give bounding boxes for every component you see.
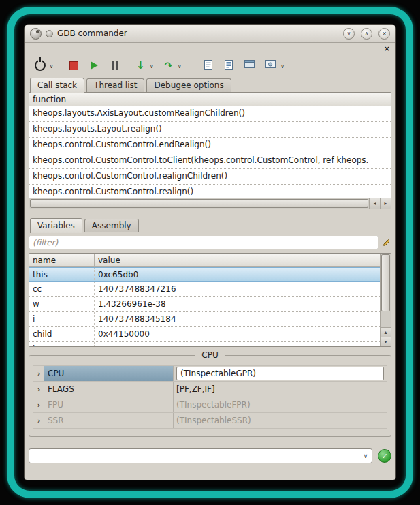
filter-row	[29, 235, 391, 250]
variable-value: 140737488347216	[95, 282, 380, 296]
tab-variables[interactable]: Variables	[30, 218, 82, 233]
list-doc-icon	[223, 59, 234, 72]
call-stack-row[interactable]: kheops.control.CustomControl.toClient(kh…	[29, 153, 391, 169]
scroll-up-button[interactable]: ▴	[381, 327, 391, 337]
variable-row[interactable]: this 0xc65db0	[29, 267, 380, 282]
tab-debugee-options[interactable]: Debugee options	[146, 78, 231, 92]
tab-assembly[interactable]: Assembly	[84, 219, 139, 232]
window-title: GDB commander	[57, 29, 127, 38]
variable-value: 0x44150000	[95, 327, 380, 341]
pause-icon	[112, 61, 118, 70]
step-into-dropdown-button[interactable]: ∨	[148, 59, 155, 77]
cpu-groupbox: CPU › CPU (TInspectableGPR) › FLAGS [PF,…	[29, 355, 391, 437]
variable-name: i	[29, 312, 95, 326]
vertical-scrollbar-thumb[interactable]	[381, 254, 390, 311]
scroll-left-button[interactable]: ◂	[369, 198, 380, 209]
step-over-button[interactable]: ↷	[161, 57, 176, 74]
step-over-dropdown-button[interactable]: ∨	[176, 59, 183, 77]
register-group-name: SSR	[44, 413, 174, 428]
cpu-register-row[interactable]: › SSR (TInspectableSSR)	[33, 413, 387, 429]
expander-icon[interactable]: ›	[33, 413, 44, 428]
titlebar[interactable]: GDB commander ∨ ∧ ×	[25, 25, 395, 43]
run-button[interactable]	[86, 57, 101, 74]
scroll-right-button[interactable]: ▸	[380, 198, 391, 209]
close-button[interactable]: ×	[378, 28, 390, 40]
output-list-button[interactable]	[221, 57, 236, 74]
horizontal-scrollbar[interactable]: ◂ ▸	[29, 198, 391, 209]
horizontal-scrollbar-thumb[interactable]	[30, 199, 368, 208]
close-icon: ×	[382, 31, 387, 37]
cpu-register-row[interactable]: › FPU (TInspectableFPR)	[33, 397, 387, 413]
variable-value: 140737488345184	[95, 312, 380, 326]
register-group-name: FLAGS	[44, 382, 174, 397]
vertical-scrollbar[interactable]: ▴ ▾	[380, 254, 391, 346]
dock-header: ×	[25, 43, 395, 54]
vertical-scrollbar-track[interactable]	[381, 312, 391, 327]
tab-thread-list[interactable]: Thread list	[86, 78, 144, 92]
panel-close-button[interactable]: ×	[384, 45, 390, 52]
tab-call-stack[interactable]: Call stack	[30, 78, 84, 93]
expander-icon[interactable]: ›	[33, 366, 44, 381]
cpu-register-row[interactable]: › CPU (TInspectableGPR)	[33, 366, 387, 382]
variable-row[interactable]: child 0x44150000	[29, 327, 380, 342]
power-dropdown-button[interactable]: ∨	[48, 59, 55, 77]
process-view-dropdown-button[interactable]: ∨	[278, 59, 286, 77]
call-stack-row[interactable]: kheops.layouts.Layout.realign()	[29, 122, 391, 138]
check-icon: ✓	[381, 452, 387, 461]
expander-icon[interactable]: ›	[33, 397, 44, 412]
call-stack-row[interactable]: kheops.layouts.AxisLayout.customRealignC…	[29, 106, 391, 122]
stop-button[interactable]	[66, 57, 81, 74]
variable-value: 1.43266961e-38	[95, 297, 380, 311]
call-stack-row[interactable]: kheops.control.CustomControl.realign()	[29, 185, 391, 198]
maximize-icon: ∧	[365, 31, 369, 37]
expander-icon[interactable]: ›	[33, 382, 44, 397]
send-command-button[interactable]: ✓	[378, 449, 391, 463]
scroll-down-button[interactable]: ▾	[381, 337, 391, 346]
step-into-button[interactable]: ↓	[133, 57, 148, 74]
register-group-value: (TInspectableGPR)	[174, 366, 387, 381]
cpu-inspector: › CPU (TInspectableGPR) › FLAGS [PF,ZF,I…	[33, 365, 387, 429]
stop-icon	[69, 61, 78, 70]
variable-row[interactable]: w 1.43266961e-38	[29, 297, 380, 312]
app-badge-icon	[46, 30, 53, 37]
variables-panel: name value this 0xc65db0 cc 140737488347…	[29, 253, 391, 347]
filter-edit-button[interactable]	[382, 237, 391, 249]
variable-value: 1.43266961e-38	[95, 342, 380, 346]
call-stack-column-header[interactable]: function	[29, 93, 391, 106]
maximize-button[interactable]: ∧	[361, 28, 372, 40]
inspect-tabbar: Variables Assembly	[25, 217, 395, 232]
call-stack-row[interactable]: kheops.control.CustomControl.endRealign(…	[29, 138, 391, 153]
run-icon	[91, 61, 98, 70]
memory-view-button[interactable]	[242, 57, 257, 74]
variable-row[interactable]: i 140737488345184	[29, 312, 380, 327]
open-source-button[interactable]	[201, 57, 216, 74]
pause-button[interactable]	[107, 57, 122, 74]
register-value-editor[interactable]: (TInspectableGPR)	[176, 367, 384, 380]
process-view-button[interactable]	[263, 57, 278, 74]
debug-toolbar: ∨ ↓ ∨ ↷ ∨	[25, 54, 395, 77]
column-header-name[interactable]: name	[29, 254, 95, 266]
call-stack-row[interactable]: kheops.control.CustomControl.realignChil…	[29, 169, 391, 185]
step-into-icon: ↓	[135, 60, 144, 71]
variable-name: b	[29, 342, 95, 346]
variable-name: cc	[29, 282, 95, 296]
command-dropdown-button[interactable]: ∨	[359, 453, 372, 459]
cpu-register-row[interactable]: › FLAGS [PF,ZF,IF]	[33, 382, 387, 397]
app-icon	[30, 28, 42, 40]
minimize-button[interactable]: ∨	[343, 28, 355, 40]
screen: GDB commander ∨ ∧ × × ∨	[0, 0, 420, 505]
variable-row[interactable]: b 1.43266961e-38	[29, 342, 380, 346]
column-header-value[interactable]: value	[95, 254, 380, 266]
power-button[interactable]	[33, 57, 48, 74]
filter-input[interactable]	[29, 236, 378, 249]
minimize-icon: ∨	[347, 31, 351, 37]
filter-pen-icon	[382, 237, 391, 249]
source-doc-icon	[203, 59, 214, 72]
step-over-icon: ↷	[164, 61, 172, 70]
variable-row[interactable]: cc 140737488347216	[29, 282, 380, 297]
command-input[interactable]	[29, 451, 359, 461]
register-group-value: (TInspectableFPR)	[174, 397, 387, 412]
register-group-value: [PF,ZF,IF]	[174, 382, 387, 397]
variable-name: w	[29, 297, 95, 311]
command-combobox[interactable]: ∨	[29, 448, 372, 463]
